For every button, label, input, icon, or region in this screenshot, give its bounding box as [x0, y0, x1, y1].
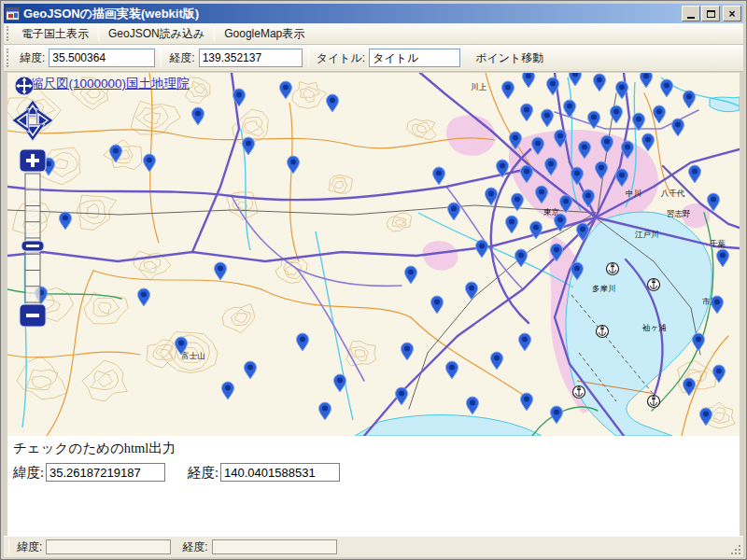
map-viewport[interactable]: 東京中川江戸川八千代習志野千葉市原袖ヶ浦多摩川富士山川上 縮尺図(1000000… [7, 73, 740, 436]
topographic-map[interactable]: 東京中川江戸川八千代習志野千葉市原袖ヶ浦多摩川富士山川上 [7, 73, 740, 436]
minimize-button[interactable] [682, 6, 700, 21]
map-place-label: 千葉 [710, 239, 726, 248]
port-anchor-icon [648, 396, 660, 408]
map-place-label: 袖ヶ浦 [641, 323, 667, 332]
maximize-icon [707, 10, 715, 18]
map-place-label: 江戸川 [635, 230, 659, 239]
toolbar-separator [98, 26, 99, 40]
map-navigation-control[interactable] [11, 75, 56, 332]
latitude-input[interactable] [49, 49, 155, 67]
status-latitude-input[interactable] [46, 539, 171, 554]
window-title: GeoJSONの描画実装(webkit版) [23, 6, 681, 22]
zoom-slider[interactable] [25, 174, 40, 302]
port-anchor-icon [607, 263, 619, 275]
status-latitude-label: 緯度: [17, 539, 42, 555]
app-window: GeoJSONの描画実装(webkit版) × 電子国土表示 GeoJSON読み… [0, 0, 747, 560]
pan-left-button[interactable] [12, 108, 29, 133]
status-longitude-label: 経度: [182, 539, 207, 555]
pan-origin-button[interactable] [15, 77, 34, 95]
output-longitude-input[interactable] [220, 463, 340, 482]
maximize-button[interactable] [701, 6, 720, 21]
map-place-label: 川上 [471, 82, 487, 91]
toolbar-separator [308, 49, 309, 67]
output-longitude-label: 経度: [188, 464, 218, 482]
toolbar-separator [161, 49, 162, 67]
output-latitude-input[interactable] [46, 463, 165, 482]
toolbar-separator [214, 26, 215, 40]
map-place-label: 中川 [626, 189, 641, 198]
toolbar-grip[interactable] [7, 26, 10, 40]
map-place-label: 多摩川 [592, 284, 616, 293]
zoom-slider-handle[interactable] [21, 241, 44, 251]
latitude-label: 緯度: [20, 50, 45, 66]
map-place-label: 八千代 [660, 189, 685, 198]
title-input[interactable] [369, 49, 460, 67]
html-output-section: チェックのためのhtml出力 緯度: 経度: [7, 436, 740, 536]
close-button[interactable]: × [723, 6, 741, 21]
longitude-input[interactable] [199, 49, 303, 67]
show-googlemap-button[interactable]: GoogleMap表示 [217, 24, 312, 44]
longitude-label: 経度: [169, 50, 194, 66]
output-heading: チェックのためのhtml出力 [13, 440, 736, 457]
app-icon [6, 7, 20, 21]
map-place-label: 習志野 [667, 209, 691, 218]
port-anchor-icon [597, 326, 609, 338]
status-longitude-input[interactable] [212, 539, 337, 554]
map-place-label: 富士山 [181, 351, 205, 360]
title-bar[interactable]: GeoJSONの描画実装(webkit版) × [4, 4, 743, 23]
menu-toolbar: 電子国土表示 GeoJSON読み込み GoogleMap表示 [4, 23, 743, 45]
resize-grip[interactable] [729, 543, 742, 556]
move-point-button[interactable]: ポイント移動 [468, 49, 551, 68]
zoom-in-button[interactable] [20, 149, 46, 172]
zoom-out-button[interactable] [20, 304, 46, 327]
param-toolbar: 緯度: 経度: タイトル: ポイント移動 [4, 45, 743, 72]
output-latitude-label: 緯度: [13, 464, 44, 482]
minimize-icon [687, 17, 695, 19]
status-separator [8, 539, 9, 555]
status-bar: 緯度: 経度: [4, 536, 743, 557]
close-icon: × [728, 8, 735, 20]
load-geojson-button[interactable]: GeoJSON読み込み [101, 24, 212, 44]
toolbar-grip[interactable] [7, 49, 10, 67]
port-anchor-icon [573, 386, 585, 399]
port-anchor-icon [648, 279, 660, 291]
show-denshi-kokudo-button[interactable]: 電子国土表示 [14, 24, 96, 44]
title-field-label: タイトル: [317, 50, 365, 66]
